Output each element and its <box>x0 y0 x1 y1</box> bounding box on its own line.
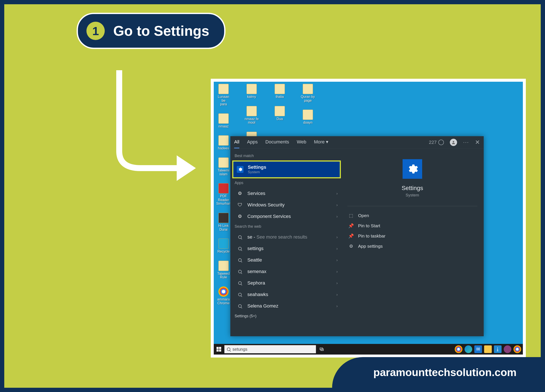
section-apps: Apps <box>233 178 341 188</box>
search-icon <box>237 257 243 263</box>
points-value: 227 <box>429 140 437 145</box>
desktop-icon-label: kalmy <box>247 95 256 99</box>
desktop-icon-label: ammara Chrome <box>217 298 230 305</box>
web-result[interactable]: Seattle› <box>233 254 341 266</box>
folder-icon <box>218 135 229 146</box>
gear-icon <box>237 166 244 173</box>
desktop-icon[interactable]: Recycle <box>216 239 231 253</box>
web-result[interactable]: Selena Gomez› <box>233 300 341 312</box>
desktop-icon-label: Lunaan be para <box>216 95 231 106</box>
folder-icon <box>247 84 257 94</box>
windows-desktop: Lunaan be paranmaazhadeesTaleemi islamPD… <box>214 82 523 355</box>
search-header: AllAppsDocumentsWebMore ▾ 227 ··· ✕ <box>230 136 484 148</box>
desktop-icon-label: nmaaz fe mool <box>245 117 259 124</box>
desktop-icon[interactable]: PDF Reader Simurhan <box>216 183 231 206</box>
step-badge: 1 Go to Settings <box>77 13 225 49</box>
desktop-icon[interactable]: Hi Link Durai <box>216 213 231 231</box>
search-tab-apps[interactable]: Apps <box>247 136 258 148</box>
taskbar-app-chrome-2[interactable] <box>514 345 521 353</box>
rewards-points[interactable]: 227 <box>429 140 444 145</box>
app-label: Services <box>247 191 265 196</box>
divider <box>347 206 477 206</box>
desktop-icon[interactable]: Tajweed Rule <box>216 261 231 279</box>
taskbar-app-edge[interactable] <box>464 345 472 353</box>
arrow-icon <box>111 70 200 185</box>
desktop-icon-label: Quran by page <box>301 95 315 102</box>
start-button[interactable] <box>216 346 222 353</box>
preview-title: Settings <box>402 185 423 191</box>
action-icon: 📌 <box>348 233 354 239</box>
app-icon: 🛡 <box>237 202 243 208</box>
more-options-button[interactable]: ··· <box>463 139 469 146</box>
taskbar-app-store[interactable]: ⭳ <box>494 345 502 353</box>
preview-action[interactable]: 📌Pin to taskbar <box>347 231 477 241</box>
search-input[interactable] <box>232 347 313 352</box>
search-icon <box>237 268 243 275</box>
chevron-right-icon: › <box>336 214 338 219</box>
search-results-column: Best match Settings System Apps ⚙Service <box>230 148 341 336</box>
screenshot-frame: Lunaan be paranmaazhadeesTaleemi islamPD… <box>211 79 526 357</box>
taskbar-app-chrome[interactable] <box>455 345 462 353</box>
desktop-icon[interactable]: thalia <box>272 84 287 99</box>
preview-gear-icon <box>403 159 422 179</box>
web-label: Selena Gomez <box>247 303 279 309</box>
preview-action[interactable]: 📌Pin to Start <box>347 221 477 231</box>
desktop-icon-label: Tajweed Rule <box>217 272 230 279</box>
desktop-icon[interactable]: Dua <box>272 106 287 121</box>
desktop-icon[interactable]: Lunaan be para <box>216 84 231 106</box>
app-result[interactable]: ⚙Services› <box>233 188 341 199</box>
taskbar-app-explorer[interactable] <box>484 345 492 353</box>
desktop-icon-label: Taleemi islam <box>217 169 229 176</box>
best-match-settings[interactable]: Settings System <box>233 161 340 177</box>
task-view-button[interactable] <box>318 346 325 353</box>
search-icon <box>237 291 243 298</box>
desktop-icon[interactable]: nmaaz fe mool <box>244 106 259 124</box>
desktop-icon[interactable]: ammara Chrome <box>216 287 231 305</box>
folder-icon <box>275 106 285 116</box>
app-result[interactable]: ⚙Component Services› <box>233 211 341 222</box>
svg-point-0 <box>453 141 454 142</box>
desktop-icon[interactable]: Quran by page <box>300 84 316 102</box>
section-more-settings[interactable]: Settings (5+) <box>233 312 341 321</box>
taskbar-app-generic[interactable] <box>504 345 511 353</box>
desktop-icon-label: doayn <box>303 121 313 124</box>
taskbar-app-mail[interactable]: ✉ <box>474 345 482 353</box>
close-button[interactable]: ✕ <box>475 139 480 146</box>
desktop-icon[interactable]: Taleemi islam <box>216 158 231 176</box>
preview-actions: ⬚Open📌Pin to Start📌Pin to taskbar⚙App se… <box>347 210 477 251</box>
search-preview-pane: Settings System ⬚Open📌Pin to Start📌Pin t… <box>341 148 484 336</box>
search-tabs: AllAppsDocumentsWebMore ▾ <box>234 136 328 148</box>
desktop-icon[interactable]: nmaaz <box>216 113 231 128</box>
search-tab-documents[interactable]: Documents <box>266 136 289 148</box>
search-icon <box>237 245 243 252</box>
web-result[interactable]: Sephora› <box>233 277 341 289</box>
web-result[interactable]: semenax› <box>233 266 341 277</box>
best-match-title: Settings <box>248 165 266 170</box>
web-result[interactable]: settings› <box>233 243 341 254</box>
search-tab-more[interactable]: More ▾ <box>314 136 328 148</box>
footer-text: paramounttechsolution.com <box>373 366 516 379</box>
user-avatar[interactable] <box>450 139 457 146</box>
desktop-icon[interactable]: kalmy <box>244 84 259 99</box>
best-match-subtitle: System <box>248 170 266 174</box>
app-icon: ⚙ <box>237 213 243 220</box>
web-result[interactable]: se - See more search results› <box>233 231 341 243</box>
folder-icon <box>247 106 257 116</box>
search-tab-all[interactable]: All <box>234 136 239 148</box>
web-result[interactable]: seahawks› <box>233 289 341 300</box>
web-label: Seattle <box>247 257 262 263</box>
desktop-icon[interactable]: doayn <box>300 110 316 124</box>
desktop-icon[interactable]: hadees <box>216 135 231 150</box>
taskbar-search-box[interactable] <box>224 345 316 353</box>
preview-action[interactable]: ⚙App settings <box>347 241 477 251</box>
footer-banner: paramounttechsolution.com <box>332 357 541 388</box>
action-label: Pin to taskbar <box>358 233 385 239</box>
preview-action[interactable]: ⬚Open <box>347 210 477 221</box>
app-result[interactable]: 🛡Windows Security› <box>233 199 341 211</box>
start-search-panel: AllAppsDocumentsWebMore ▾ 227 ··· ✕ <box>230 136 484 336</box>
web-label: Sephora <box>247 280 265 286</box>
desktop-icon-label: PDF Reader Simurhan <box>216 194 231 206</box>
search-tab-web[interactable]: Web <box>297 136 306 148</box>
web-label: settings <box>247 246 264 251</box>
chevron-right-icon: › <box>336 281 338 285</box>
